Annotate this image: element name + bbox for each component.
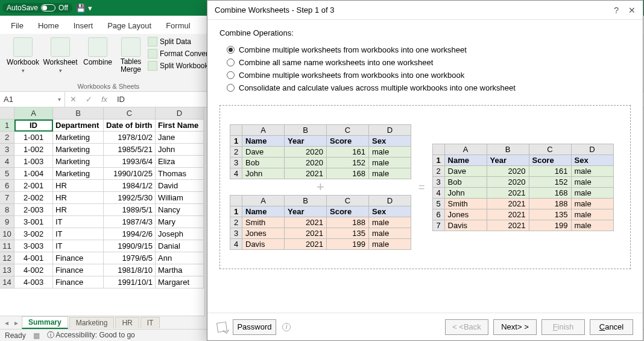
- cell[interactable]: 1993/6/4: [104, 156, 156, 168]
- cell[interactable]: Marketing: [53, 132, 104, 144]
- row-header[interactable]: 1: [0, 120, 14, 132]
- worksheet-button[interactable]: Worksheet ▾: [42, 36, 78, 75]
- row-header[interactable]: 13: [0, 264, 14, 276]
- row-header[interactable]: 4: [0, 156, 14, 168]
- cell[interactable]: Marketing: [53, 156, 104, 168]
- tab-formulas[interactable]: Formul: [159, 18, 197, 34]
- col-header[interactable]: A: [14, 107, 53, 120]
- sheet-area[interactable]: ABCD1IDDepartmentDate of birthFirst Name…: [0, 107, 205, 316]
- cell[interactable]: Ann: [156, 252, 204, 264]
- cell[interactable]: Jane: [156, 132, 204, 144]
- save-icon[interactable]: 💾: [76, 3, 86, 13]
- cell[interactable]: Marketing: [53, 168, 104, 180]
- cell[interactable]: David: [156, 180, 204, 192]
- password-button[interactable]: Password: [233, 319, 276, 335]
- workbook-button[interactable]: Workbook ▾: [5, 36, 41, 75]
- cell[interactable]: 1985/5/21: [104, 144, 156, 156]
- cell[interactable]: William: [156, 192, 204, 204]
- autosave-toggle[interactable]: AutoSave Off: [2, 3, 72, 13]
- col-header[interactable]: D: [156, 107, 204, 120]
- cell[interactable]: Date of birth: [104, 120, 156, 132]
- cell[interactable]: John: [156, 144, 204, 156]
- cell[interactable]: Thomas: [156, 168, 204, 180]
- help-icon[interactable]: ?: [614, 5, 619, 15]
- split-data-button[interactable]: Split Data: [146, 36, 212, 47]
- cell[interactable]: 2-001: [14, 180, 53, 192]
- cell[interactable]: 1994/2/6: [104, 228, 156, 240]
- tab-page-layout[interactable]: Page Layout: [100, 18, 159, 34]
- row-header[interactable]: 10: [0, 228, 14, 240]
- row-header[interactable]: 5: [0, 168, 14, 180]
- radio-option-3[interactable]: Combine multiple worksheets from workboo…: [219, 69, 631, 81]
- radio-option-1[interactable]: Combine multiple worksheets from workboo…: [219, 43, 631, 56]
- info-icon[interactable]: i: [282, 323, 291, 331]
- cell[interactable]: 3-001: [14, 216, 53, 228]
- cell[interactable]: HR: [53, 204, 104, 216]
- tab-home[interactable]: Home: [31, 18, 66, 34]
- cell[interactable]: 1987/4/3: [104, 216, 156, 228]
- cell[interactable]: First Name: [156, 120, 204, 132]
- fx-icon[interactable]: fx: [96, 92, 112, 107]
- cell[interactable]: Marketing: [53, 144, 104, 156]
- sheet-tab-marketing[interactable]: Marketing: [69, 317, 115, 328]
- combine-button[interactable]: Combine: [80, 36, 116, 68]
- cell[interactable]: 1979/6/5: [104, 252, 156, 264]
- row-header[interactable]: 12: [0, 252, 14, 264]
- format-converter-button[interactable]: Format Convert: [146, 48, 212, 59]
- row-header[interactable]: 11: [0, 240, 14, 252]
- cell[interactable]: Danial: [156, 240, 204, 252]
- cell[interactable]: Finance: [53, 276, 104, 288]
- tables-merge-button[interactable]: Tables Merge: [117, 36, 145, 75]
- cell[interactable]: HR: [53, 192, 104, 204]
- chevron-down-icon[interactable]: ▾: [86, 3, 95, 13]
- sheet-tab-summary[interactable]: Summary: [22, 316, 68, 329]
- accessibility-status[interactable]: ⓘ Accessibility: Good to go: [47, 330, 135, 340]
- cell[interactable]: 3-002: [14, 228, 53, 240]
- stats-icon[interactable]: ▦: [33, 331, 40, 340]
- cell[interactable]: Joseph: [156, 228, 204, 240]
- cell[interactable]: 2-003: [14, 204, 53, 216]
- cell[interactable]: 1984/1/2: [104, 180, 156, 192]
- cell[interactable]: 1-004: [14, 168, 53, 180]
- cell[interactable]: Finance: [53, 264, 104, 276]
- cell[interactable]: Eliza: [156, 156, 204, 168]
- row-header[interactable]: 9: [0, 216, 14, 228]
- col-header[interactable]: C: [104, 107, 156, 120]
- cell[interactable]: IT: [53, 240, 104, 252]
- cell[interactable]: ID: [14, 120, 53, 132]
- sheet-tab-hr[interactable]: HR: [115, 317, 139, 328]
- cell[interactable]: 1-003: [14, 156, 53, 168]
- cell[interactable]: Finance: [53, 252, 104, 264]
- row-header[interactable]: 7: [0, 192, 14, 204]
- cancel-button[interactable]: Cancel: [590, 319, 633, 335]
- cell[interactable]: 1990/10/25: [104, 168, 156, 180]
- external-link-icon[interactable]: [216, 321, 227, 332]
- cancel-formula-icon[interactable]: ✕: [65, 92, 81, 107]
- cell[interactable]: 1978/10/2: [104, 132, 156, 144]
- sheet-tab-it[interactable]: IT: [140, 317, 160, 328]
- cell[interactable]: 4-002: [14, 264, 53, 276]
- split-workbook-button[interactable]: Split Workbook: [146, 60, 212, 71]
- cell[interactable]: 3-003: [14, 240, 53, 252]
- select-all-corner[interactable]: [0, 107, 14, 120]
- cell[interactable]: 1-001: [14, 132, 53, 144]
- cell[interactable]: 1-002: [14, 144, 53, 156]
- cell[interactable]: Nancy: [156, 204, 204, 216]
- row-header[interactable]: 6: [0, 180, 14, 192]
- col-header[interactable]: B: [53, 107, 104, 120]
- row-header[interactable]: 8: [0, 204, 14, 216]
- cell[interactable]: IT: [53, 228, 104, 240]
- cell[interactable]: 4-001: [14, 252, 53, 264]
- tab-file[interactable]: File: [4, 18, 31, 34]
- cell[interactable]: Department: [53, 120, 104, 132]
- cell[interactable]: 4-003: [14, 276, 53, 288]
- finish-button[interactable]: Finish: [541, 319, 585, 335]
- radio-option-2[interactable]: Combine all same name worksheets into on…: [219, 56, 631, 69]
- row-header[interactable]: 2: [0, 132, 14, 144]
- row-header[interactable]: 3: [0, 144, 14, 156]
- cell[interactable]: 1992/5/30: [104, 192, 156, 204]
- cell[interactable]: 1991/10/1: [104, 276, 156, 288]
- cell[interactable]: Martha: [156, 264, 204, 276]
- close-icon[interactable]: ✕: [628, 5, 636, 15]
- sheet-nav-prev-icon[interactable]: ◂: [2, 319, 11, 327]
